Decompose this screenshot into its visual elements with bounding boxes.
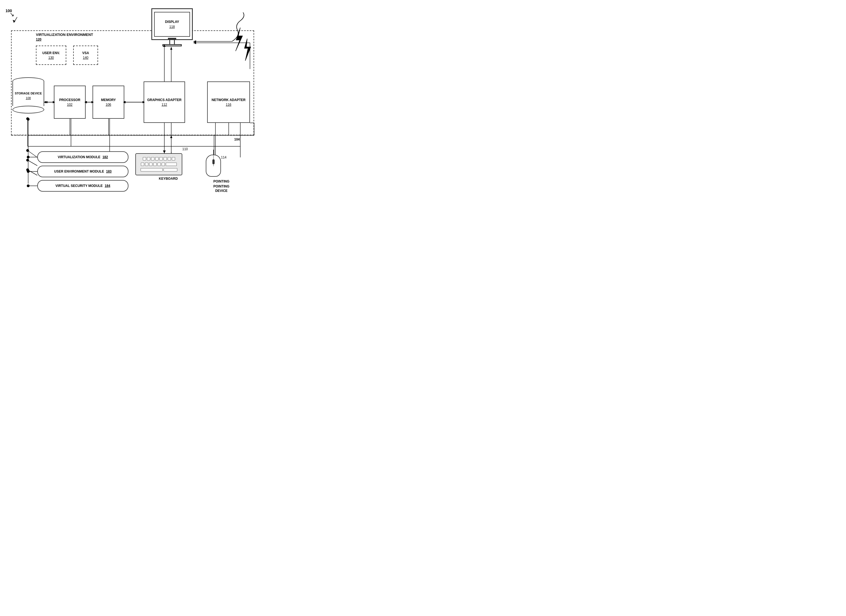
pointing-number: 114 bbox=[221, 155, 226, 159]
storage-device: STORAGE DEVICE 108 bbox=[12, 77, 44, 113]
display-label: DISPLAY bbox=[165, 20, 179, 24]
pointing-device: POINTING POINTING DEVICE 114 bbox=[206, 155, 221, 185]
network-label: NETWORK ADAPTER bbox=[212, 98, 245, 103]
svg-point-25 bbox=[26, 159, 29, 161]
memory-label: MEMORY bbox=[101, 98, 116, 103]
svg-marker-53 bbox=[163, 151, 166, 153]
svg-point-23 bbox=[26, 149, 29, 152]
keyboard-number: 110 bbox=[182, 147, 188, 151]
processor-line-label: 104 bbox=[234, 138, 240, 142]
graphics-number: 112 bbox=[162, 103, 167, 107]
user-env-module-label: USER ENVIRONMENT MODULE 183 bbox=[54, 169, 112, 174]
graphics-label: GRAPHICS ADAPTER bbox=[147, 98, 181, 103]
memory-box: MEMORY 106 bbox=[93, 86, 124, 119]
svg-point-48 bbox=[27, 170, 29, 173]
display-number: 118 bbox=[169, 25, 175, 29]
svg-marker-30 bbox=[170, 135, 172, 138]
user-env-module-box: USER ENVIRONMENT MODULE 183 bbox=[37, 166, 128, 177]
storage-number: 108 bbox=[26, 96, 31, 100]
virt-env-label: VIRTUALIZATION ENVIRONMENT 120 bbox=[36, 32, 93, 42]
user-env-box: USER ENV. 130 bbox=[36, 45, 66, 65]
svg-line-28 bbox=[28, 170, 37, 175]
pointing-device-label2: POINTING DEVICE bbox=[213, 185, 229, 193]
diagram: 100 ↘ VIRTUALIZATION ENVIRONMENT 120 USE… bbox=[0, 0, 276, 202]
svg-line-26 bbox=[28, 160, 37, 166]
memory-number: 106 bbox=[106, 103, 111, 107]
wireless-signal-icon bbox=[240, 36, 254, 63]
svg-point-50 bbox=[27, 185, 29, 187]
virtual-security-box: VIRTUAL SECURITY MODULE 184 bbox=[37, 180, 128, 192]
vsa-box: VSA 140 bbox=[73, 45, 98, 65]
graphics-adapter-box: GRAPHICS ADAPTER 112 bbox=[144, 81, 185, 123]
svg-line-0 bbox=[14, 17, 17, 23]
figure-arrow: ↘ bbox=[10, 11, 15, 18]
virtual-security-label: VIRTUAL SECURITY MODULE 184 bbox=[56, 183, 110, 188]
keyboard: KEYBOARD 110 bbox=[135, 153, 182, 177]
virt-module-label: VIRTUALIZATION MODULE 182 bbox=[58, 155, 108, 160]
svg-point-46 bbox=[27, 156, 29, 158]
processor-number: 102 bbox=[67, 103, 72, 107]
virt-module-box: VIRTUALIZATION MODULE 182 bbox=[37, 151, 128, 163]
storage-label: STORAGE DEVICE bbox=[15, 91, 42, 95]
processor-box: PROCESSOR 102 bbox=[54, 86, 86, 119]
svg-marker-1 bbox=[13, 20, 15, 23]
svg-line-24 bbox=[28, 151, 37, 157]
display-container: DISPLAY 118 bbox=[151, 8, 193, 46]
pointing-device-label: POINTING bbox=[213, 179, 229, 184]
network-adapter-box: NETWORK ADAPTER 116 bbox=[207, 81, 250, 123]
svg-point-27 bbox=[26, 169, 29, 171]
network-number: 116 bbox=[226, 103, 231, 107]
keyboard-label: KEYBOARD bbox=[159, 177, 178, 181]
processor-label: PROCESSOR bbox=[59, 98, 80, 103]
